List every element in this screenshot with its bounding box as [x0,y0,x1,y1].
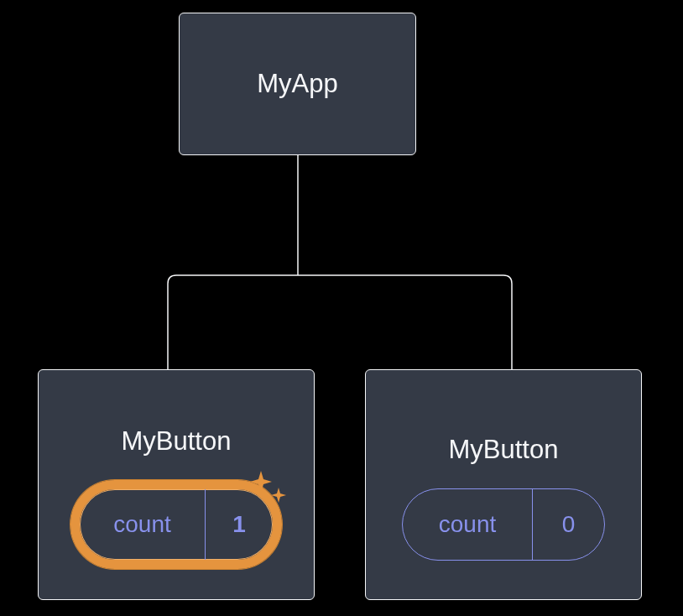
child-component-node-left: MyButton count 1 [38,369,315,600]
root-label: MyApp [257,69,337,99]
root-component-node: MyApp [179,13,416,155]
state-name-left: count [80,489,206,560]
state-value-right: 0 [533,489,604,560]
child-component-node-right: MyButton count 0 [365,369,642,600]
child-label-right: MyButton [449,435,559,465]
child-label-left: MyButton [122,426,232,457]
sparkle-icon [248,469,290,511]
state-pill-plain: count 0 [402,488,605,561]
state-name-right: count [403,489,533,560]
